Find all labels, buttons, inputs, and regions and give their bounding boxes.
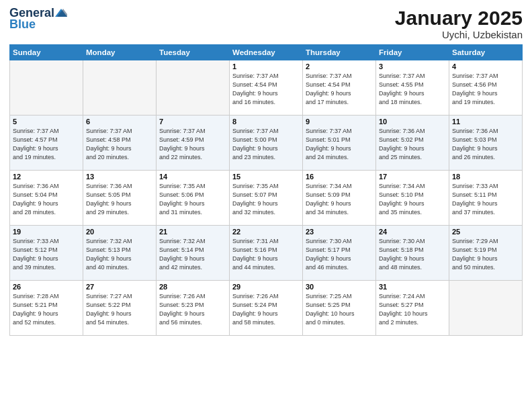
day-number: 26 (13, 283, 80, 291)
calendar-week-row: 19Sunrise: 7:33 AM Sunset: 5:12 PM Dayli… (10, 226, 523, 281)
day-number: 5 (13, 118, 80, 126)
day-number: 3 (379, 62, 446, 71)
calendar-cell: 27Sunrise: 7:27 AM Sunset: 5:22 PM Dayli… (83, 281, 157, 336)
calendar-cell: 2Sunrise: 7:37 AM Sunset: 4:54 PM Daylig… (303, 60, 376, 116)
day-info: Sunrise: 7:37 AM Sunset: 5:00 PM Dayligh… (232, 127, 300, 162)
calendar: SundayMondayTuesdayWednesdayThursdayFrid… (9, 44, 523, 336)
day-info: Sunrise: 7:36 AM Sunset: 5:04 PM Dayligh… (13, 182, 80, 217)
calendar-cell: 18Sunrise: 7:33 AM Sunset: 5:11 PM Dayli… (449, 171, 523, 226)
day-info: Sunrise: 7:35 AM Sunset: 5:06 PM Dayligh… (159, 182, 226, 217)
day-number: 25 (452, 228, 519, 236)
day-number: 16 (306, 173, 373, 181)
day-number: 11 (452, 118, 519, 126)
calendar-cell (157, 60, 230, 116)
day-info: Sunrise: 7:36 AM Sunset: 5:03 PM Dayligh… (452, 127, 519, 162)
calendar-cell: 10Sunrise: 7:36 AM Sunset: 5:02 PM Dayli… (376, 116, 449, 171)
day-number: 28 (159, 283, 226, 291)
calendar-cell: 30Sunrise: 7:25 AM Sunset: 5:25 PM Dayli… (303, 281, 376, 336)
calendar-week-row: 26Sunrise: 7:28 AM Sunset: 5:21 PM Dayli… (10, 281, 523, 336)
day-info: Sunrise: 7:37 AM Sunset: 4:58 PM Dayligh… (86, 127, 153, 162)
page: General Blue January 2025 Uychi, Uzbekis… (0, 0, 532, 411)
day-number: 18 (452, 173, 519, 181)
calendar-day-header: Wednesday (230, 45, 303, 60)
day-info: Sunrise: 7:36 AM Sunset: 5:05 PM Dayligh… (86, 182, 153, 217)
calendar-cell: 14Sunrise: 7:35 AM Sunset: 5:06 PM Dayli… (157, 171, 230, 226)
calendar-cell: 22Sunrise: 7:31 AM Sunset: 5:16 PM Dayli… (230, 226, 303, 281)
day-info: Sunrise: 7:29 AM Sunset: 5:19 PM Dayligh… (452, 237, 519, 272)
day-info: Sunrise: 7:30 AM Sunset: 5:18 PM Dayligh… (379, 237, 446, 272)
calendar-cell: 7Sunrise: 7:37 AM Sunset: 4:59 PM Daylig… (157, 116, 230, 171)
calendar-cell: 15Sunrise: 7:35 AM Sunset: 5:07 PM Dayli… (230, 171, 303, 226)
day-number: 15 (232, 173, 300, 181)
day-info: Sunrise: 7:25 AM Sunset: 5:25 PM Dayligh… (306, 292, 373, 327)
calendar-cell: 28Sunrise: 7:26 AM Sunset: 5:23 PM Dayli… (157, 281, 230, 336)
calendar-subtitle: Uychi, Uzbekistan (395, 29, 523, 40)
calendar-week-row: 5Sunrise: 7:37 AM Sunset: 4:57 PM Daylig… (10, 116, 523, 171)
day-number: 27 (86, 283, 153, 291)
calendar-cell: 8Sunrise: 7:37 AM Sunset: 5:00 PM Daylig… (230, 116, 303, 171)
calendar-cell: 31Sunrise: 7:24 AM Sunset: 5:27 PM Dayli… (376, 281, 449, 336)
day-info: Sunrise: 7:28 AM Sunset: 5:21 PM Dayligh… (13, 292, 80, 327)
calendar-cell: 21Sunrise: 7:32 AM Sunset: 5:14 PM Dayli… (157, 226, 230, 281)
title-block: January 2025 Uychi, Uzbekistan (395, 7, 523, 40)
calendar-cell: 1Sunrise: 7:37 AM Sunset: 4:54 PM Daylig… (230, 60, 303, 116)
day-info: Sunrise: 7:33 AM Sunset: 5:12 PM Dayligh… (13, 237, 80, 272)
header: General Blue January 2025 Uychi, Uzbekis… (9, 7, 523, 40)
day-info: Sunrise: 7:37 AM Sunset: 4:54 PM Dayligh… (232, 72, 300, 107)
day-info: Sunrise: 7:33 AM Sunset: 5:11 PM Dayligh… (452, 182, 519, 217)
calendar-cell (10, 60, 83, 116)
logo-blue: Blue (9, 17, 36, 32)
day-info: Sunrise: 7:37 AM Sunset: 5:01 PM Dayligh… (306, 127, 373, 162)
day-number: 31 (379, 283, 446, 291)
day-info: Sunrise: 7:37 AM Sunset: 4:54 PM Dayligh… (306, 72, 373, 107)
calendar-cell: 16Sunrise: 7:34 AM Sunset: 5:09 PM Dayli… (303, 171, 376, 226)
day-number: 30 (306, 283, 373, 291)
day-number: 6 (86, 118, 153, 126)
calendar-cell: 26Sunrise: 7:28 AM Sunset: 5:21 PM Dayli… (10, 281, 83, 336)
calendar-cell (449, 281, 523, 336)
day-info: Sunrise: 7:37 AM Sunset: 4:55 PM Dayligh… (379, 72, 446, 107)
day-info: Sunrise: 7:24 AM Sunset: 5:27 PM Dayligh… (379, 292, 446, 327)
day-number: 12 (13, 173, 80, 181)
calendar-day-header: Saturday (449, 45, 523, 60)
day-info: Sunrise: 7:37 AM Sunset: 4:59 PM Dayligh… (159, 127, 226, 162)
calendar-day-header: Monday (83, 45, 157, 60)
day-number: 10 (379, 118, 446, 126)
calendar-title: January 2025 (395, 7, 523, 29)
calendar-cell: 5Sunrise: 7:37 AM Sunset: 4:57 PM Daylig… (10, 116, 83, 171)
calendar-cell: 17Sunrise: 7:34 AM Sunset: 5:10 PM Dayli… (376, 171, 449, 226)
day-number: 19 (13, 228, 80, 236)
day-number: 13 (86, 173, 153, 181)
calendar-cell (83, 60, 157, 116)
day-number: 17 (379, 173, 446, 181)
calendar-cell: 23Sunrise: 7:30 AM Sunset: 5:17 PM Dayli… (303, 226, 376, 281)
day-number: 24 (379, 228, 446, 236)
calendar-day-header: Thursday (303, 45, 376, 60)
day-info: Sunrise: 7:34 AM Sunset: 5:10 PM Dayligh… (379, 182, 446, 217)
day-info: Sunrise: 7:37 AM Sunset: 4:56 PM Dayligh… (452, 72, 519, 107)
calendar-cell: 9Sunrise: 7:37 AM Sunset: 5:01 PM Daylig… (303, 116, 376, 171)
day-number: 21 (159, 228, 226, 236)
calendar-day-header: Friday (376, 45, 449, 60)
day-info: Sunrise: 7:31 AM Sunset: 5:16 PM Dayligh… (232, 237, 300, 272)
calendar-cell: 11Sunrise: 7:36 AM Sunset: 5:03 PM Dayli… (449, 116, 523, 171)
calendar-cell: 6Sunrise: 7:37 AM Sunset: 4:58 PM Daylig… (83, 116, 157, 171)
calendar-cell: 12Sunrise: 7:36 AM Sunset: 5:04 PM Dayli… (10, 171, 83, 226)
day-info: Sunrise: 7:27 AM Sunset: 5:22 PM Dayligh… (86, 292, 153, 327)
calendar-cell: 29Sunrise: 7:26 AM Sunset: 5:24 PM Dayli… (230, 281, 303, 336)
day-info: Sunrise: 7:36 AM Sunset: 5:02 PM Dayligh… (379, 127, 446, 162)
day-number: 2 (306, 62, 373, 71)
calendar-cell: 19Sunrise: 7:33 AM Sunset: 5:12 PM Dayli… (10, 226, 83, 281)
day-info: Sunrise: 7:30 AM Sunset: 5:17 PM Dayligh… (306, 237, 373, 272)
day-info: Sunrise: 7:34 AM Sunset: 5:09 PM Dayligh… (306, 182, 373, 217)
calendar-cell: 24Sunrise: 7:30 AM Sunset: 5:18 PM Dayli… (376, 226, 449, 281)
day-info: Sunrise: 7:35 AM Sunset: 5:07 PM Dayligh… (232, 182, 300, 217)
day-info: Sunrise: 7:32 AM Sunset: 5:13 PM Dayligh… (86, 237, 153, 272)
calendar-cell: 4Sunrise: 7:37 AM Sunset: 4:56 PM Daylig… (449, 60, 523, 116)
day-number: 4 (452, 62, 519, 71)
logo: General Blue (9, 7, 67, 32)
day-number: 22 (232, 228, 300, 236)
logo-icon (55, 7, 67, 19)
day-number: 14 (159, 173, 226, 181)
calendar-day-header: Tuesday (157, 45, 230, 60)
